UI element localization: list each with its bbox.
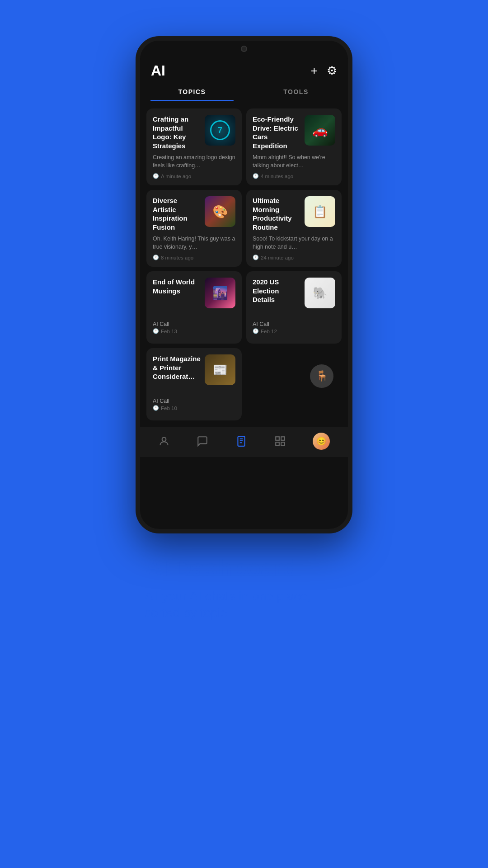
card-election-meta: 🕐 Feb 12 (253, 328, 335, 334)
card-logo-meta: 🕐 A minute ago (153, 173, 235, 179)
card-election-title: 2020 US Election Details (253, 278, 305, 304)
clock-icon-7: 🕐 (153, 405, 159, 411)
clock-icon-4: 🕐 (253, 255, 259, 260)
card-world-ai-label: AI Call (153, 321, 235, 327)
card-art-meta: 🕐 8 minutes ago (153, 255, 235, 260)
phone-camera (241, 46, 247, 52)
svg-rect-5 (276, 437, 279, 440)
card-cars-title: Eco-Friendly Drive: Electric Cars Expedi… (253, 115, 305, 150)
card-logo-title: Crafting an Impactful Logo: Key Strategi… (153, 115, 205, 150)
card-world-thumb: 🌆 (205, 278, 235, 308)
svg-rect-6 (281, 437, 285, 440)
card-world-title: End of World Musings (153, 278, 205, 295)
card-magazine-title: Print Magazine & Printer Considerat… (153, 354, 205, 381)
card-cars-header: Eco-Friendly Drive: Electric Cars Expedi… (253, 115, 335, 150)
fab-icon: 🪑 (316, 370, 328, 382)
card-cars[interactable]: Eco-Friendly Drive: Electric Cars Expedi… (246, 108, 342, 185)
clock-icon-6: 🕐 (253, 328, 259, 334)
add-button[interactable]: + (311, 64, 318, 78)
avatar-image: 😊 (313, 433, 330, 450)
card-election-thumb: 🐘 (305, 278, 335, 308)
tab-topics[interactable]: TOPICS (140, 83, 244, 101)
card-cars-meta: 🕐 4 minutes ago (253, 173, 335, 179)
empty-slot: 🪑 (246, 348, 342, 420)
card-art-title: Diverse Artistic Inspiration Fusion (153, 196, 205, 231)
card-productivity-header: Ultimate Morning Productivity Routine 📋 (253, 196, 335, 231)
card-logo[interactable]: Crafting an Impactful Logo: Key Strategi… (146, 108, 242, 185)
promo-title: AI Dashboard (145, 555, 343, 581)
nav-avatar[interactable]: 😊 (313, 433, 330, 450)
card-art-thumb: 🎨 (205, 196, 235, 227)
card-election[interactable]: 2020 US Election Details 🐘 AI Call 🕐 Feb… (246, 271, 342, 344)
phone-notch-bar (140, 41, 348, 57)
card-productivity-title: Ultimate Morning Productivity Routine (253, 196, 305, 231)
logo-icon: 7 (210, 120, 230, 140)
chat-icon (197, 435, 208, 447)
header-actions: + ⚙ (311, 64, 337, 78)
clock-icon: 🕐 (153, 173, 159, 179)
fab-button[interactable]: 🪑 (310, 364, 333, 388)
clock-icon-3: 🕐 (153, 255, 159, 260)
card-election-ai-label: AI Call (253, 321, 335, 327)
settings-icon[interactable]: ⚙ (327, 64, 337, 78)
card-cars-thumb (305, 115, 335, 146)
page-wrapper: AI + ⚙ TOPICS TOOLS (0, 0, 488, 684)
ai-icon (235, 435, 247, 447)
card-productivity-meta: 🕐 24 minute ago (253, 255, 335, 260)
grid-icon (274, 435, 286, 447)
card-productivity[interactable]: Ultimate Morning Productivity Routine 📋 … (246, 190, 342, 267)
card-art-preview: Oh, Keith Haring! This guy was a true vi… (153, 235, 235, 251)
phone-frame: AI + ⚙ TOPICS TOOLS (136, 36, 352, 533)
nav-chat[interactable] (197, 435, 208, 447)
clock-icon-2: 🕐 (253, 173, 259, 179)
promo-subtitle: All your AI chats in one place, sorted b… (145, 588, 343, 621)
card-logo-preview: Creating an amazing logo design feels li… (153, 154, 235, 170)
card-art[interactable]: Diverse Artistic Inspiration Fusion 🎨 Oh… (146, 190, 242, 267)
tab-tools[interactable]: TOOLS (244, 83, 348, 101)
card-productivity-preview: Sooo! To kickstart your day on a high no… (253, 235, 335, 251)
card-magazine-thumb: 📰 (205, 354, 235, 385)
app-content: AI + ⚙ TOPICS TOOLS (140, 57, 348, 457)
card-world-meta: 🕐 Feb 13 (153, 328, 235, 334)
clock-icon-5: 🕐 (153, 328, 159, 334)
card-magazine-ai-label: AI Call (153, 398, 235, 404)
card-logo-thumb: 7 (205, 115, 235, 146)
nav-ai[interactable] (235, 435, 247, 447)
card-cars-preview: Mmm alright!! So when we're talking abou… (253, 154, 335, 170)
card-world-header: End of World Musings 🌆 (153, 278, 235, 308)
app-title: AI (151, 62, 165, 79)
bottom-nav: 😊 (140, 427, 348, 457)
nav-grid[interactable] (274, 435, 286, 447)
card-logo-header: Crafting an Impactful Logo: Key Strategi… (153, 115, 235, 150)
svg-rect-8 (281, 442, 285, 446)
person-icon (158, 435, 170, 447)
nav-person[interactable] (158, 435, 170, 447)
card-magazine[interactable]: Print Magazine & Printer Considerat… 📰 A… (146, 348, 242, 420)
svg-rect-7 (276, 442, 279, 446)
promo-section: AI Dashboard All your AI chats in one pl… (136, 533, 352, 639)
svg-point-0 (162, 437, 166, 441)
card-productivity-thumb: 📋 (305, 196, 335, 227)
card-world[interactable]: End of World Musings 🌆 AI Call 🕐 Feb 13 (146, 271, 242, 344)
tabs-bar: TOPICS TOOLS (140, 83, 348, 101)
app-header: AI + ⚙ (140, 57, 348, 83)
card-magazine-header: Print Magazine & Printer Considerat… 📰 (153, 354, 235, 385)
card-magazine-meta: 🕐 Feb 10 (153, 405, 235, 411)
cards-grid: Crafting an Impactful Logo: Key Strategi… (140, 108, 348, 427)
card-art-header: Diverse Artistic Inspiration Fusion 🎨 (153, 196, 235, 231)
blue-bg-bottom (0, 769, 488, 868)
card-election-header: 2020 US Election Details 🐘 (253, 278, 335, 308)
